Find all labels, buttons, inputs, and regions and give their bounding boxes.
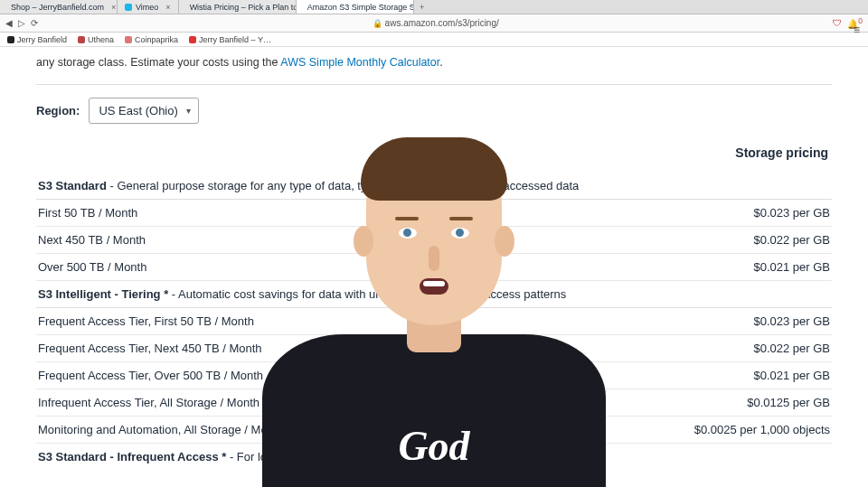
browser-tab[interactable]: Shop – JerryBanfield.com× [0,0,118,14]
section-header: S3 Intelligent - Tiering * - Automatic c… [36,281,832,308]
browser-tab[interactable]: Amazon S3 Simple Storage Serv× [297,0,414,14]
chevron-down-icon: ▾ [186,106,191,116]
browser-tab-bar: Shop – JerryBanfield.com× Vimeo× Wistia … [0,0,868,14]
price-row: First 50 TB / Month$0.023 per GB [36,200,832,227]
intro-text: any storage class. Estimate your costs u… [36,54,832,71]
calculator-link[interactable]: AWS Simple Monthly Calculator [280,56,439,69]
back-button[interactable]: ◀ [5,18,13,28]
price-row: Next 450 TB / Month$0.022 per GB [36,227,832,254]
bookmark-item[interactable]: Coinpaprika [125,35,178,44]
bookmark-item[interactable]: Jerry Banfield – Y… [189,35,271,44]
menu-button[interactable]: ≡ [854,23,861,36]
reload-button[interactable]: ⟳ [31,18,38,28]
browser-nav-bar: ◀ ▷ ⟳ 🔒 aws.amazon.com/s3/pricing/ 🛡 🔔0 … [0,14,868,33]
address-bar[interactable]: 🔒 aws.amazon.com/s3/pricing/ [373,18,499,28]
bookmark-item[interactable]: Uthena [78,35,114,44]
price-row: Infrequent Access Tier, All Storage / Mo… [36,389,832,417]
region-label: Region: [36,104,80,117]
forward-button[interactable]: ▷ [18,18,25,28]
bookmark-icon [125,36,132,43]
url-text: aws.amazon.com/s3/pricing/ [385,18,499,28]
shield-icon[interactable]: 🛡 [833,18,842,28]
bookmark-icon [7,36,14,43]
bookmark-item[interactable]: Jerry Banfield [7,35,67,44]
favicon-icon [125,4,132,11]
tab-title: Wistia Pricing – Pick a Plan to G [190,3,297,12]
browser-tab[interactable]: Wistia Pricing – Pick a Plan to G× [179,0,297,14]
price-row: Over 500 TB / Month$0.021 per GB [36,254,832,281]
bookmarks-bar: Jerry Banfield Uthena Coinpaprika Jerry … [0,33,868,47]
close-icon[interactable]: × [111,3,116,12]
bookmark-icon [189,36,196,43]
region-row: Region: US East (Ohio) ▾ [36,98,832,124]
divider [36,84,832,85]
tab-title: Vimeo [136,3,158,12]
tab-title: Amazon S3 Simple Storage Serv [307,3,414,12]
region-select[interactable]: US East (Ohio) ▾ [89,98,198,124]
price-row: Frequent Access Tier, Next 450 TB / Mont… [36,335,832,362]
price-header: Storage pricing [36,145,832,160]
price-row: Monitoring and Automation, All Storage /… [36,417,832,444]
tab-title: Shop – JerryBanfield.com [11,3,104,12]
close-icon[interactable]: × [165,3,170,12]
region-value: US East (Ohio) [99,104,177,117]
section-header: S3 Standard - Infrequent Access * - For … [36,444,832,470]
bookmark-icon [78,36,85,43]
new-tab-button[interactable]: + [414,0,430,14]
page-content: any storage class. Estimate your costs u… [0,47,868,487]
section-header: S3 Standard - General purpose storage fo… [36,173,832,200]
browser-tab[interactable]: Vimeo× [118,0,179,14]
price-row: Frequent Access Tier, First 50 TB / Mont… [36,308,832,335]
price-row: Frequent Access Tier, Over 500 TB / Mont… [36,362,832,389]
lock-icon: 🔒 [373,19,382,28]
